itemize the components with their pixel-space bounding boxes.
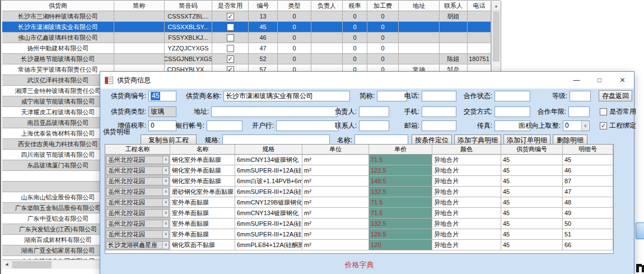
project-combo[interactable]: 岳州北控花园∨ — [106, 156, 169, 164]
cell-tax[interactable]: 0 — [343, 32, 367, 43]
column-header[interactable]: 编号 — [249, 1, 278, 11]
combo-arrow-icon[interactable]: ∨ — [162, 220, 169, 227]
cell-code[interactable]: CSSGJNBLYXGS — [165, 54, 212, 64]
cell-common-checkbox[interactable] — [212, 22, 249, 32]
combo-arrow-icon[interactable]: ∨ — [162, 231, 169, 238]
grid-cell-unit[interactable]: m² — [302, 208, 369, 218]
column-header[interactable]: 电话 — [468, 1, 491, 11]
column-header[interactable]: 地址 — [399, 1, 440, 11]
cell-type[interactable]: 0 — [278, 54, 311, 64]
detail-row[interactable]: 岳州北控花园∨钢化室外单面贴膜6mmSUPER-III+12A(硅...m²12… — [105, 165, 613, 176]
close-button[interactable]: ✕ — [611, 72, 634, 89]
cell-supplier[interactable]: 湖南广亚全铝家居有限公司 — [2, 245, 114, 256]
grade-field[interactable] — [570, 91, 591, 101]
cell-abbr[interactable] — [114, 32, 165, 43]
grid-cell-unit[interactable]: m² — [302, 165, 369, 175]
cell-supplier[interactable]: 长沙晟格节能玻璃有限公司 — [2, 54, 114, 64]
cell-fee[interactable]: 0 — [367, 11, 399, 21]
cell-supplier[interactable]: 山东南山铝业股份有限公司 — [2, 192, 114, 202]
grid-cell-detail-no[interactable]: 51 — [563, 229, 613, 239]
grid-cell-supplier-no[interactable]: 45 — [501, 155, 563, 165]
grid-cell-name[interactable]: 钢化双面不贴膜 — [170, 240, 235, 250]
cell-code[interactable]: FSSYXBLKJ... — [165, 32, 212, 43]
grid-cell-name[interactable]: 磨砂钢化室外单面贴膜 — [170, 187, 235, 197]
cell-supplier[interactable]: 湖南百成新材料有限公司 — [2, 235, 114, 245]
project-combo[interactable]: 岳州北控花园∨ — [106, 188, 169, 196]
cell-code[interactable]: CSSXXBLSY... — [165, 22, 212, 32]
combo-arrow-icon[interactable]: ∨ — [162, 210, 169, 217]
grid-cell-project[interactable]: 岳州北控花园∨ — [105, 176, 170, 186]
cell-contact[interactable] — [440, 43, 468, 53]
grid-cell-unit[interactable]: m² — [302, 219, 369, 229]
cell-phone[interactable] — [468, 22, 491, 32]
grid-cell-unit[interactable]: m² — [302, 155, 369, 165]
column-header[interactable]: 简音码 — [165, 1, 212, 11]
grid-column-header[interactable]: 供货商编号 — [501, 145, 563, 154]
cell-supplier[interactable]: 广东兴发铝业(江西)有限公司 — [2, 224, 114, 234]
detail-row[interactable]: 岳州北控花园∨钢化室外单面贴膜6mmCNY134镀膜钢化m²71.5异地合片45… — [105, 155, 613, 165]
scrollbar-thumb[interactable] — [12, 261, 52, 268]
checkbox-icon[interactable]: ✓ — [227, 55, 234, 63]
grid-column-header[interactable]: 名称 — [170, 145, 235, 154]
cell-supplier[interactable]: 武汉亿泽科技有限公司 — [2, 75, 114, 85]
project-combo[interactable]: 岳州北控花园∨ — [106, 220, 169, 228]
supplier-row[interactable]: 长沙市三湘特种玻璃有限公司CSSSXTZBL...✓13000胡姐 — [2, 11, 491, 22]
supplier-row[interactable]: 扬州中勤建材有限公司YZZQJCYXGS47000 — [2, 43, 491, 54]
cell-supplier[interactable]: 天津耀皮工程玻璃有限公司 — [2, 107, 114, 117]
grid-cell-price[interactable]: 122.5 — [369, 165, 432, 175]
column-header[interactable]: 供货商 — [2, 1, 114, 11]
cell-code[interactable]: CSSSXTZBL... — [165, 11, 212, 21]
checkbox-icon[interactable]: ✓ — [227, 13, 234, 20]
manager-field[interactable] — [359, 106, 389, 117]
grid-cell-project[interactable]: 岳州北控花园∨ — [105, 187, 170, 197]
bank-account-field[interactable] — [207, 120, 242, 131]
project-binding-checkbox-group[interactable]: ✓ 工程绑定 — [600, 120, 636, 131]
grid-column-header[interactable]: 单位 — [302, 145, 369, 154]
grid-cell-supplier-no[interactable]: 45 — [501, 165, 563, 175]
grid-cell-project[interactable]: 岳州北控花园∨ — [105, 229, 170, 239]
cell-supplier[interactable]: 咸宁南玻节能玻璃有限公司 — [2, 96, 114, 106]
cell-abbr[interactable] — [114, 22, 165, 32]
grid-column-header[interactable]: 工程名称 — [105, 145, 170, 154]
cell-type[interactable]: 0 — [278, 11, 311, 21]
grid-cell-supplier-no[interactable]: 45 — [501, 187, 563, 197]
grid-cell-project[interactable]: 岳州北控花园∨ — [105, 165, 170, 175]
grid-cell-supplier-no[interactable]: 45 — [501, 176, 563, 186]
detail-row[interactable]: 岳州北控花园∨室外单面贴膜6mmSUPER-III+12A(硅...m²126.… — [105, 229, 613, 240]
grid-cell-spec[interactable]: 6mmCNY134镀膜钢化 — [235, 208, 302, 218]
cell-no[interactable]: 52 — [249, 54, 278, 64]
detail-row[interactable]: 岳州北控花园∨室外单面贴膜6mmSUPER-III+12A(硅...m²132.… — [105, 219, 613, 229]
scroll-up-icon[interactable]: ▲ — [492, 1, 501, 11]
coop-years-field[interactable] — [568, 106, 590, 117]
cell-type[interactable]: 0 — [278, 43, 311, 53]
cell-addr[interactable] — [399, 54, 440, 64]
cell-supplier[interactable]: 常德市昊宇玻璃有限责任公司 — [2, 64, 114, 75]
combo-arrow-icon[interactable]: ∨ — [162, 178, 169, 185]
cell-phone[interactable] — [468, 32, 491, 43]
grid-cell-detail-no[interactable]: 46 — [563, 165, 613, 175]
grid-cell-color[interactable]: 异地合片 — [432, 187, 501, 197]
grid-cell-name[interactable]: 钢化室外单面贴膜 — [170, 176, 235, 186]
combo-arrow-icon[interactable]: ∨ — [581, 121, 589, 131]
grid-cell-spec[interactable]: 6mm白玻+1.14PVB+6mm... — [235, 176, 302, 186]
common-use-checkbox-group[interactable]: 是否常用 — [600, 106, 636, 117]
grid-cell-supplier-no[interactable]: 45 — [501, 240, 563, 250]
grid-cell-price[interactable]: 120 — [369, 240, 432, 250]
supplier-no-field[interactable]: 45 — [148, 91, 176, 101]
cell-supplier[interactable] — [2, 182, 114, 192]
grid-cell-color[interactable]: 异地合片 — [432, 208, 501, 218]
cell-fee[interactable]: 0 — [367, 32, 399, 43]
cell-type[interactable]: 0 — [278, 22, 311, 32]
save-return-button[interactable]: 存盘返回 — [599, 90, 632, 101]
cell-code[interactable]: YZZQJCYXGS — [165, 43, 212, 53]
project-combo[interactable]: 长沙龙湖祺鑫星座∨ — [106, 241, 169, 249]
cell-supplier[interactable]: 长沙市三湘特种玻璃有限公司 — [2, 11, 114, 21]
grid-cell-color[interactable]: 异地合片 — [432, 197, 501, 207]
grid-cell-color[interactable]: 异地合片 — [432, 155, 501, 165]
phone-field[interactable] — [422, 91, 456, 101]
cell-supplier[interactable]: 南昌亚晶玻璃有限公司 — [2, 118, 114, 128]
grid-cell-spec[interactable]: 6mmPLE84+12A(硅酮胶... — [235, 240, 302, 250]
grid-cell-detail-no[interactable]: 50 — [563, 219, 613, 229]
column-header[interactable]: 是否常用 — [212, 1, 249, 11]
grid-cell-supplier-no[interactable]: 45 — [501, 229, 563, 239]
